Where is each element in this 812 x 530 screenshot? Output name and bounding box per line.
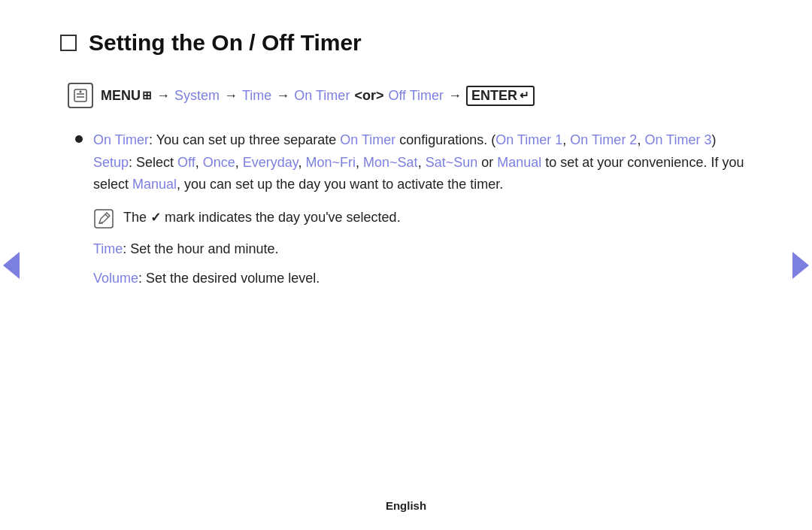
content-area: On Timer: You can set up three separate …: [60, 129, 752, 289]
monsat-label: Mon~Sat: [363, 155, 418, 170]
note-text-prefix: The: [123, 210, 150, 225]
time-label: Time: [93, 241, 123, 256]
menu-arrow-1: →: [156, 88, 170, 104]
menu-arrow-3: →: [276, 88, 289, 104]
bullet-text-9: ,: [298, 155, 306, 170]
menu-arrow-4: →: [448, 88, 462, 104]
bullet-text-14: , you can set up the day you want to act…: [177, 177, 503, 192]
enter-text: ENTER: [471, 88, 517, 104]
svg-line-5: [105, 214, 108, 217]
nav-left-button[interactable]: [0, 247, 23, 284]
bullet-text-11: ,: [418, 155, 426, 170]
bullet-text-7: ,: [195, 155, 203, 170]
manual-label-2: Manual: [132, 177, 177, 192]
menu-time-link[interactable]: Time: [242, 88, 271, 104]
svg-point-3: [80, 91, 82, 93]
title-row: Setting the On / Off Timer: [60, 30, 752, 56]
footer: English: [0, 499, 812, 512]
bullet-text-6: : Select: [129, 155, 177, 170]
bullet-text-1: : You can set up three separate: [149, 132, 340, 147]
on-timer-1-label: On Timer 1: [495, 132, 562, 147]
volume-label: Volume: [93, 271, 138, 286]
page-container: Setting the On / Off Timer MENU ⊞ → Syst…: [0, 0, 812, 530]
menu-arrow-2: →: [224, 88, 238, 104]
manual-label-1: Manual: [497, 155, 541, 170]
menu-or-label: <or>: [354, 88, 383, 104]
bullet-text-12: or: [477, 155, 497, 170]
everyday-label: Everyday: [243, 155, 298, 170]
svg-rect-4: [95, 210, 113, 228]
bullet-dot: [75, 135, 83, 143]
setup-label: Setup: [93, 155, 129, 170]
volume-row: Volume: Set the desired volume level.: [93, 268, 752, 289]
note-pencil-icon: [93, 208, 114, 229]
satsun-label: Sat~Sun: [426, 155, 478, 170]
on-timer-2-label: On Timer 2: [570, 132, 637, 147]
on-timer-label-2: On Timer: [340, 132, 395, 147]
page-title: Setting the On / Off Timer: [89, 30, 362, 56]
volume-text: : Set the desired volume level.: [138, 271, 320, 286]
menu-label: MENU: [101, 88, 141, 104]
bullet-section: On Timer: You can set up three separate …: [75, 129, 752, 196]
menu-on-timer-link[interactable]: On Timer: [294, 88, 350, 104]
menu-off-timer-link[interactable]: Off Timer: [388, 88, 444, 104]
left-arrow-icon: [3, 252, 20, 279]
enter-arrow-icon: ↵: [520, 89, 529, 102]
time-text: : Set the hour and minute.: [123, 241, 278, 256]
nav-right-button[interactable]: [789, 247, 812, 284]
right-arrow-icon: [792, 252, 809, 279]
note-text: The ✓ mark indicates the day you've sele…: [123, 207, 401, 229]
footer-label: English: [386, 499, 426, 512]
note-text-suffix: mark indicates the day you've selected.: [161, 210, 401, 225]
time-row: Time: Set the hour and minute.: [93, 238, 752, 260]
bullet-text-5: ): [711, 132, 716, 147]
menu-system-link[interactable]: System: [174, 88, 220, 104]
off-label: Off: [177, 155, 195, 170]
bullet-text-10: ,: [356, 155, 363, 170]
once-label: Once: [203, 155, 235, 170]
on-timer-3-label: On Timer 3: [644, 132, 711, 147]
bullet-content: On Timer: You can set up three separate …: [93, 129, 752, 196]
bullet-text-8: ,: [235, 155, 243, 170]
on-timer-label-1: On Timer: [93, 132, 149, 147]
menu-remote-icon: [68, 83, 93, 108]
title-checkbox: [60, 35, 77, 51]
menu-grid-icon: ⊞: [142, 89, 152, 102]
checkmark-icon: ✓: [150, 210, 161, 225]
bullet-text-2: configurations. (: [395, 132, 495, 147]
monfri-label: Mon~Fri: [306, 155, 356, 170]
bullet-text-4: ,: [637, 132, 644, 147]
enter-button-label: ENTER↵: [466, 86, 535, 106]
bullet-text-3: ,: [562, 132, 570, 147]
note-row: The ✓ mark indicates the day you've sele…: [93, 207, 752, 229]
menu-bar: MENU ⊞ → System → Time → On Timer <or> O…: [60, 83, 752, 108]
